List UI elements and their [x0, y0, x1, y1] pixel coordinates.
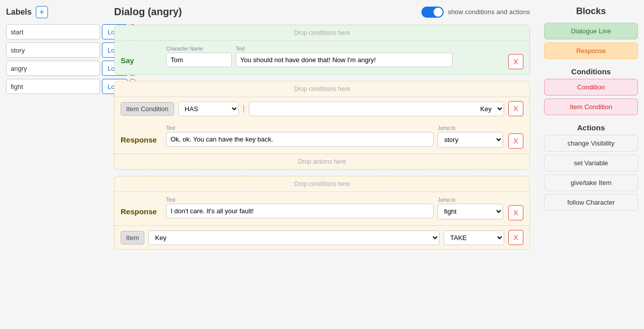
response2-content: Response Text Jump to fight story start … [115, 192, 529, 225]
response2-jump-select[interactable]: fight story start angry [438, 204, 503, 219]
response1-label: Response [121, 125, 161, 144]
label-name-story[interactable] [6, 42, 100, 58]
label-row-fight: Load X [6, 79, 100, 94]
response1-delete-button[interactable]: X [508, 133, 523, 149]
labels-panel: Labels + Load X Load X Load X Load X [0, 0, 106, 329]
response2-delete-button[interactable]: X [508, 205, 523, 220]
blocks-title: Blocks [544, 6, 638, 17]
say-drop-conditions: Drop conditions here [115, 25, 529, 41]
say-text-group: Text [236, 46, 453, 67]
condition-key-select[interactable]: Key [249, 102, 504, 116]
toggle-area: show conditions and actions [421, 7, 530, 18]
response-block-2: Drop conditions here Response Text Jump … [114, 176, 530, 250]
response2-label: Response [121, 197, 161, 216]
condition-type-select[interactable]: HAS HAS NOT [178, 102, 239, 116]
response2-fields: Text Jump to fight story start angry [166, 197, 503, 219]
response-button[interactable]: Response [544, 42, 638, 59]
dialog-title: Dialog (angry) [114, 6, 182, 18]
labels-header: Labels + [6, 6, 100, 18]
item-action-label: Item [121, 231, 144, 245]
say-label: Say [121, 46, 161, 65]
condition-button[interactable]: Condition [544, 79, 638, 96]
item-delete-button[interactable]: X [508, 230, 523, 245]
condition-separator: | [243, 104, 245, 113]
change-visibility-button[interactable]: change Visibility [544, 135, 638, 152]
response1-drop-conditions: Drop conditions here [115, 81, 529, 97]
response1-jump-group: Jump to story fight start angry [438, 125, 503, 148]
response2-text-label: Text [166, 197, 434, 203]
labels-title: Labels [6, 8, 32, 17]
item-condition-button[interactable]: Item Condition [544, 99, 638, 115]
response1-text-input[interactable] [166, 132, 434, 147]
show-conditions-toggle[interactable] [421, 7, 444, 18]
item-condition-label: Item Condition [121, 102, 174, 116]
condition-delete-button[interactable]: X [508, 101, 523, 116]
say-block-content: Say Character Name Text X [115, 41, 529, 74]
response1-drop-actions: Drop actions here [115, 154, 529, 169]
response1-jump-select[interactable]: story fight start angry [438, 132, 503, 148]
label-row-story: Load X [6, 42, 100, 58]
response2-text-group: Text [166, 197, 434, 218]
label-row-start: Load X [6, 24, 100, 39]
dialog-header: Dialog (angry) show conditions and actio… [114, 6, 530, 18]
response2-drop-conditions: Drop conditions here [115, 176, 529, 192]
response2-jump-label: Jump to [438, 197, 503, 203]
item-action-bar: Item Key TAKE GIVE X [115, 225, 529, 249]
center-panel: Dialog (angry) show conditions and actio… [106, 0, 538, 329]
toggle-label: show conditions and actions [448, 8, 530, 16]
response1-content: Response Text Jump to story fight start … [115, 120, 529, 154]
say-text-label: Text [236, 46, 453, 52]
dialogue-line-button[interactable]: Dialogue Line [544, 23, 638, 39]
response2-jump-group: Jump to fight story start angry [438, 197, 503, 219]
conditions-title: Conditions [544, 67, 638, 76]
say-block: Drop conditions here Say Character Name … [114, 25, 530, 75]
char-name-label: Character Name [166, 46, 232, 52]
say-delete-button[interactable]: X [508, 54, 523, 69]
item-key-select[interactable]: Key [148, 230, 440, 245]
label-name-start[interactable] [6, 24, 100, 39]
give-take-item-button[interactable]: give/take Item [544, 174, 638, 191]
say-text-input[interactable] [236, 53, 453, 67]
response1-fields: Text Jump to story fight start angry [166, 125, 503, 148]
response1-text-label: Text [166, 125, 434, 131]
blocks-panel: Blocks Dialogue Line Response Conditions… [538, 0, 644, 329]
char-name-input[interactable] [166, 53, 232, 67]
label-name-fight[interactable] [6, 79, 100, 94]
actions-title: Actions [544, 123, 638, 132]
item-action-select[interactable]: TAKE GIVE [444, 230, 504, 245]
item-condition-bar: Item Condition HAS HAS NOT | Key X [115, 97, 529, 120]
response-block-1: Drop conditions here Item Condition HAS … [114, 81, 530, 170]
set-variable-button[interactable]: set Variable [544, 155, 638, 171]
label-row-angry: Load X [6, 61, 100, 76]
response2-text-input[interactable] [166, 204, 434, 218]
say-fields: Character Name Text [166, 46, 503, 67]
response1-text-group: Text [166, 125, 434, 147]
label-name-angry[interactable] [6, 61, 100, 76]
add-label-button[interactable]: + [36, 6, 48, 18]
response1-jump-label: Jump to [438, 125, 503, 131]
follow-character-button[interactable]: follow Character [544, 194, 638, 211]
char-name-group: Character Name [166, 46, 232, 67]
